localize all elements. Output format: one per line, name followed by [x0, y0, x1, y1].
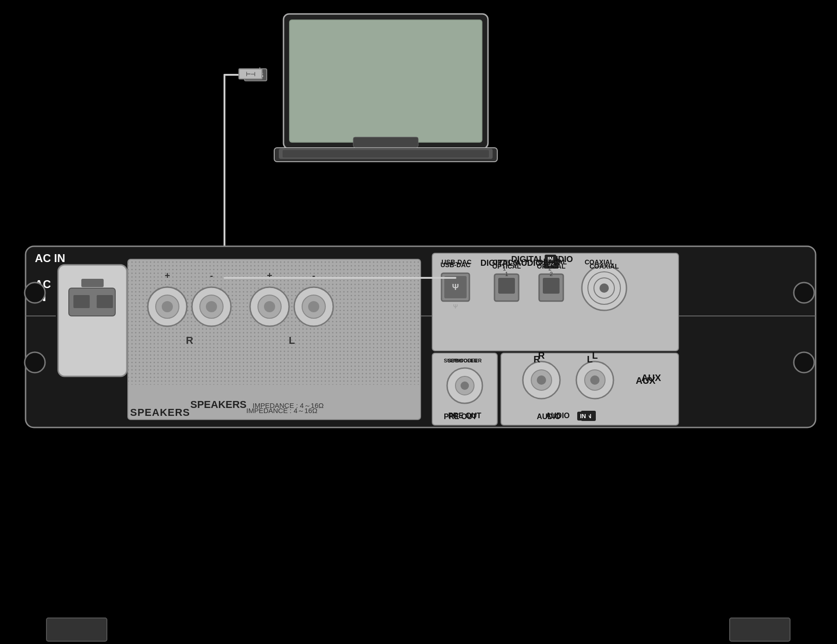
- svg-point-37: [206, 301, 217, 312]
- svg-point-43: [308, 301, 319, 312]
- r-channel-label: R: [534, 354, 540, 365]
- svg-rect-5: [283, 150, 489, 158]
- svg-point-34: [162, 301, 173, 312]
- l-channel-label: L: [587, 354, 593, 365]
- svg-rect-1: [289, 20, 482, 143]
- svg-text:✦: ✦: [222, 268, 227, 275]
- svg-rect-28: [128, 259, 421, 420]
- svg-rect-18: [26, 246, 816, 427]
- svg-text:1: 1: [505, 271, 508, 277]
- svg-rect-20: [56, 260, 132, 409]
- svg-point-95: [794, 352, 814, 373]
- diagram-container: ⊣ USB ⊢⊣ ✦ AC IN: [0, 0, 837, 644]
- speakers-label: SPEAKERS: [130, 407, 190, 419]
- optical-2-sublabel: 2: [548, 265, 552, 272]
- svg-rect-96: [46, 618, 107, 641]
- svg-rect-56: [442, 273, 469, 301]
- svg-point-86: [590, 375, 600, 385]
- svg-point-75: [447, 368, 482, 403]
- svg-text:SPEAKERS: SPEAKERS: [190, 399, 246, 410]
- svg-point-39: [258, 295, 281, 318]
- svg-text:Ψ: Ψ: [452, 283, 459, 292]
- svg-point-36: [200, 295, 223, 318]
- svg-rect-15: [215, 265, 234, 278]
- svg-rect-61: [498, 278, 515, 294]
- svg-text:+: +: [267, 270, 272, 281]
- svg-point-35: [192, 287, 231, 326]
- svg-point-92: [25, 283, 45, 303]
- svg-text:R: R: [186, 335, 193, 346]
- svg-rect-3: [274, 148, 497, 162]
- optical-1-sublabel: 1: [503, 265, 506, 272]
- svg-rect-24: [69, 288, 115, 316]
- svg-point-32: [148, 287, 187, 326]
- subwoofer-label: SUBWOOFER: [444, 358, 478, 363]
- svg-text:+: +: [165, 270, 170, 281]
- svg-point-71: [600, 283, 609, 293]
- svg-rect-23: [58, 265, 127, 376]
- svg-text:L: L: [289, 335, 295, 346]
- svg-rect-60: [494, 274, 519, 301]
- usb-dac-label: USB-DAC: [442, 258, 472, 266]
- aux-label: AUX: [636, 375, 655, 386]
- coaxial-label: COAXIAL: [585, 258, 614, 266]
- svg-point-42: [302, 295, 325, 318]
- svg-point-40: [264, 301, 275, 312]
- svg-point-31: [148, 287, 187, 326]
- svg-text:⊢⊣: ⊢⊣: [246, 71, 255, 78]
- optical-1-label: OPTICAL: [493, 258, 521, 266]
- svg-point-33: [156, 295, 179, 318]
- svg-point-84: [576, 361, 613, 399]
- svg-rect-64: [539, 274, 563, 301]
- svg-rect-6: [353, 137, 418, 147]
- svg-point-41: [294, 287, 333, 326]
- svg-rect-65: [543, 278, 560, 294]
- audio-in-title: AUDIO: [537, 413, 561, 421]
- svg-point-76: [455, 376, 474, 395]
- svg-point-68: [582, 266, 626, 310]
- svg-rect-16: [216, 266, 233, 277]
- svg-point-82: [537, 375, 546, 385]
- svg-text:USB: USB: [248, 71, 264, 79]
- svg-text:-: -: [312, 270, 316, 281]
- svg-text:-: -: [210, 270, 213, 281]
- svg-rect-57: [444, 276, 467, 298]
- svg-point-80: [523, 361, 560, 399]
- svg-point-94: [794, 283, 814, 303]
- svg-rect-99: [444, 271, 469, 285]
- impedance-label: IMPEDANCE : 4～16Ω: [246, 407, 317, 415]
- svg-point-81: [531, 370, 552, 390]
- pre-out-label: PRE OUT: [444, 413, 477, 421]
- svg-rect-13: [240, 70, 261, 78]
- svg-point-38: [250, 287, 289, 326]
- svg-rect-27: [81, 279, 104, 287]
- ac-in-label: AC IN: [35, 251, 65, 265]
- optical-2-label: OPTICAL: [538, 258, 567, 266]
- svg-text:2: 2: [550, 271, 553, 277]
- svg-point-70: [594, 278, 614, 298]
- svg-text:Ψ: Ψ: [453, 303, 458, 310]
- svg-rect-30: [128, 259, 421, 385]
- svg-text:AC: AC: [35, 278, 51, 290]
- svg-rect-25: [73, 295, 90, 308]
- svg-rect-4: [279, 149, 493, 159]
- svg-rect-12: [239, 69, 262, 79]
- audio-in-badge: IN: [577, 412, 589, 421]
- svg-rect-52: [432, 253, 679, 351]
- svg-text:L: L: [592, 350, 598, 361]
- svg-text:⊣: ⊣: [250, 65, 261, 79]
- svg-point-77: [461, 381, 469, 390]
- svg-rect-0: [283, 14, 488, 149]
- svg-point-85: [585, 370, 605, 390]
- svg-rect-8: [244, 69, 267, 81]
- svg-point-93: [25, 352, 45, 373]
- svg-rect-97: [730, 618, 790, 641]
- svg-rect-2: [290, 20, 481, 142]
- svg-rect-26: [97, 295, 113, 308]
- svg-text:IN: IN: [35, 291, 46, 303]
- svg-point-69: [588, 272, 620, 304]
